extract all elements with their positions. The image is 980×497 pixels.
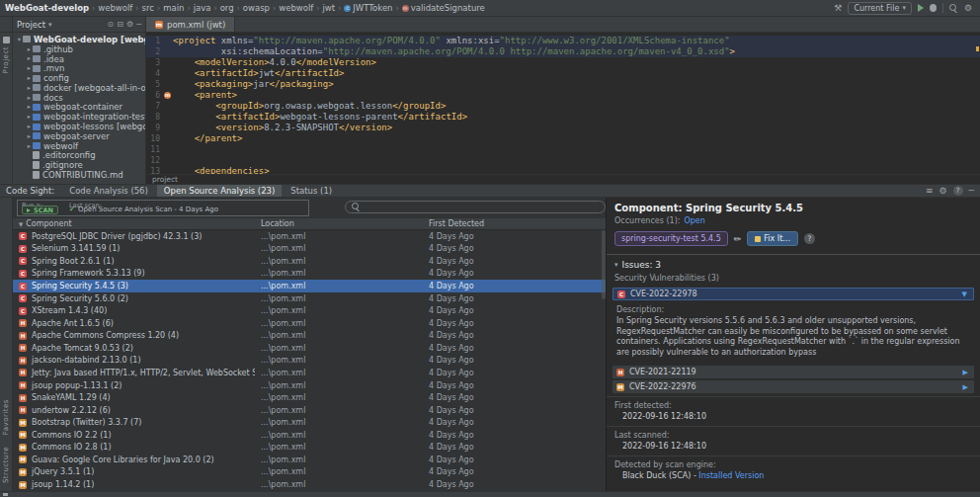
tree-item-webgoat-container[interactable]: ▸webgoat-container [13, 103, 145, 113]
component-row[interactable]: HJetty: Java based HTTP/1.x, HTTP/2, Ser… [13, 367, 606, 379]
column-header-component[interactable]: ▼Component [13, 219, 255, 228]
tree-item-editorconfig[interactable]: .editorconfig [13, 151, 145, 161]
toolwindow-gear-icon[interactable]: ⚙ [939, 186, 947, 196]
component-row[interactable]: CSpring Framework 5.3.13 (9)...\pom.xml4… [13, 268, 606, 281]
breadcrumb-item-java[interactable]: java [194, 3, 211, 13]
column-header-first-detected[interactable]: First Detected [423, 219, 606, 228]
component-row[interactable]: Hjsoup popup-1.13.1 (2)...\pom.xml4 Days… [13, 379, 606, 392]
collapse-icon[interactable]: ▾ [614, 261, 618, 269]
tree-item-docker-webgoat-all-in-one-dock[interactable]: ▸docker [webgoat-all-in-one-dock... [13, 83, 145, 93]
toolwindow-tab-code-analysis-56[interactable]: Code Analysis (56) [62, 185, 155, 197]
component-row[interactable]: Hundertow 2.2.12 (6)...\pom.xml4 Days Ag… [13, 404, 606, 417]
toolwindow-tab-open-source-analysis-23[interactable]: Open Source Analysis (23) [157, 185, 282, 197]
favorites-toolwindow-button[interactable]: Favorites [2, 399, 10, 435]
component-row[interactable]: CSpring Security 5.4.5 (3)...\pom.xml4 D… [13, 280, 606, 292]
run-icon[interactable] [918, 4, 924, 12]
tree-arrow-icon[interactable]: ▸ [26, 103, 33, 111]
tree-arrow-icon[interactable]: ▸ [26, 142, 33, 150]
structure-toolwindow-button[interactable]: Structure [2, 447, 10, 483]
component-row[interactable]: MBootstrap (Twitter) 3.3.7 (7)...\pom.xm… [13, 416, 606, 429]
breadcrumb-item-jwt[interactable]: jwt [323, 3, 336, 13]
expand-arrow-icon[interactable]: ▶ [963, 369, 974, 376]
vulnerability-row-cve-2022-22978[interactable]: CCVE-2022-22978▼ [612, 288, 974, 300]
component-row[interactable]: CPostgreSQL JDBC Driver (pgjdbc) 42.3.1 … [13, 230, 606, 243]
tree-arrow-icon[interactable]: ▸ [26, 94, 33, 102]
breadcrumb-item-webgoat-develop[interactable]: WebGoat-develop [5, 3, 89, 13]
component-row[interactable]: MGuava: Google Core Libraries for Java 2… [13, 454, 606, 466]
breadcrumb-item-webwolf[interactable]: webwolf [279, 3, 313, 13]
breadcrumb-item-main[interactable]: main [163, 3, 184, 13]
tree-item-github[interactable]: ▸.github [13, 44, 145, 54]
scan-button[interactable]: SCAN [22, 206, 58, 214]
tree-arrow-icon[interactable]: ▸ [26, 74, 33, 82]
component-row[interactable]: Mjsoup 1.14.2 (1)...\pom.xml4 Days Ago [13, 478, 606, 491]
component-row[interactable]: MCommons IO 2.2 (1)...\pom.xml4 Days Ago [13, 429, 606, 442]
tree-arrow-icon[interactable]: ▸ [26, 113, 33, 121]
toolwindow-toggle-icon[interactable] [3, 493, 8, 496]
tree-item-webgoat-server[interactable]: ▸webgoat-server [13, 131, 145, 141]
component-row[interactable]: HApache Tomcat 9.0.53 (2)...\pom.xml4 Da… [13, 342, 606, 355]
breadcrumb-item-jwttoken[interactable]: CJWTToken [344, 3, 392, 13]
tree-arrow-icon[interactable]: ▾ [16, 36, 23, 43]
tree-item-webgoat-develop-webgoat-parent[interactable]: ▾WebGoat-develop [webgoat-parent] [13, 35, 145, 44]
breadcrumb-item-src[interactable]: src [142, 3, 154, 13]
toolwindow-tab-status-1[interactable]: Status (1) [284, 185, 339, 197]
occurrences-open-link[interactable]: Open [684, 216, 704, 225]
tree-item-contributing-md[interactable]: CONTRIBUTING.md [13, 170, 145, 180]
fix-it-button[interactable]: Fix It... [747, 231, 798, 246]
tree-arrow-icon[interactable]: ▸ [26, 45, 33, 53]
tree-item-config[interactable]: ▸config [13, 73, 145, 83]
component-row[interactable]: CSpring Boot 2.6.1 (1)...\pom.xml4 Days … [13, 255, 606, 268]
component-row[interactable]: Hjackson-databind 2.13.0 (1)...\pom.xml4… [13, 355, 606, 368]
code-editor[interactable]: 1<project xmlns="http://maven.apache.org… [146, 33, 980, 174]
run-config-dropdown[interactable]: Current File▾ [848, 2, 912, 15]
tree-arrow-icon[interactable]: ▸ [26, 123, 33, 130]
help-icon[interactable]: ? [804, 233, 815, 244]
component-row[interactable]: HSnakeYAML 1.29 (4)...\pom.xml4 Days Ago [13, 391, 606, 404]
component-row[interactable]: CSpring Security 5.6.0 (2)...\pom.xml4 D… [13, 292, 606, 305]
tree-item-webgoat-integration-tests[interactable]: ▸webgoat-integration-tests [13, 112, 145, 122]
toolwindow-menu-icon[interactable]: ≡ [926, 186, 934, 196]
hide-panel-icon[interactable]: ─ [136, 20, 141, 29]
tree-item-webwolf[interactable]: ▸webwolf [13, 141, 145, 151]
collapse-all-icon[interactable]: ⊟ [117, 20, 123, 29]
search-icon[interactable] [949, 4, 958, 13]
project-toolwindow-button[interactable]: Project [2, 46, 10, 73]
vulnerability-row-cve-2022-22976[interactable]: MCVE-2022-22976▶ [612, 380, 974, 393]
component-row[interactable]: CSelenium 3.141.59 (1)...\pom.xml4 Days … [13, 243, 606, 256]
expand-arrow-icon[interactable]: ▼ [962, 290, 973, 298]
component-row[interactable]: HApache Commons Compress 1.20 (4)...\pom… [13, 330, 606, 343]
installed-version-link[interactable]: Installed Version [698, 471, 764, 480]
tree-arrow-icon[interactable]: ▸ [26, 54, 33, 62]
build-hammer-icon[interactable]: ⚒ [834, 4, 842, 13]
expand-arrow-icon[interactable]: ▶ [963, 383, 974, 391]
component-row[interactable]: MjQuery 3.5.1 (1)...\pom.xml4 Days Ago [13, 466, 606, 479]
breadcrumb-item-org[interactable]: org [220, 3, 234, 13]
tree-item-gitignore[interactable]: .gitignore [13, 160, 145, 170]
maven-parent-gutter-icon[interactable]: m [164, 92, 171, 99]
locate-file-icon[interactable]: ⊙ [108, 20, 115, 29]
editor-tab-pom-xml[interactable]: m pom.xml (jwt) [146, 17, 235, 32]
debug-icon[interactable] [930, 4, 937, 12]
toolwindow-minimize-icon[interactable]: ─ [969, 186, 974, 196]
project-toolwindow-icon[interactable] [3, 37, 10, 43]
settings-gear-icon[interactable]: ⚙ [964, 4, 972, 13]
toolwindow-help-icon[interactable]: ? [953, 186, 963, 196]
breadcrumb-item-validatesignature[interactable]: mvalidateSignature [402, 3, 485, 13]
column-header-location[interactable]: Location [255, 219, 423, 228]
tree-item-docs[interactable]: ▸docs [13, 93, 145, 103]
tree-arrow-icon[interactable]: ▸ [26, 64, 33, 72]
panel-gear-icon[interactable]: ⚙ [126, 20, 133, 29]
tree-arrow-icon[interactable]: ▸ [26, 84, 33, 92]
component-table-header[interactable]: ▼ComponentLocationFirst Detected [13, 218, 606, 230]
breadcrumb-item-owasp[interactable]: owasp [243, 3, 270, 13]
occurrence-chip[interactable]: spring-security-test 5.4.5 [614, 231, 728, 246]
chevron-down-icon[interactable]: ▾ [48, 21, 52, 29]
filter-search-input[interactable] [345, 201, 606, 213]
vulnerability-row-cve-2021-22119[interactable]: HCVE-2021-22119▶ [612, 366, 974, 378]
breadcrumb-item-webwolf[interactable]: webwolf [98, 3, 132, 13]
edit-pencil-icon[interactable]: ✏ [734, 234, 742, 244]
tree-item-webgoat-lessons-webgoat-lessons[interactable]: ▸webgoat-lessons [webgoat-lessons... [13, 122, 145, 131]
xml-breadcrumb-project[interactable]: project [152, 175, 178, 184]
component-row[interactable]: HApache Ant 1.6.5 (6)...\pom.xml4 Days A… [13, 317, 606, 330]
